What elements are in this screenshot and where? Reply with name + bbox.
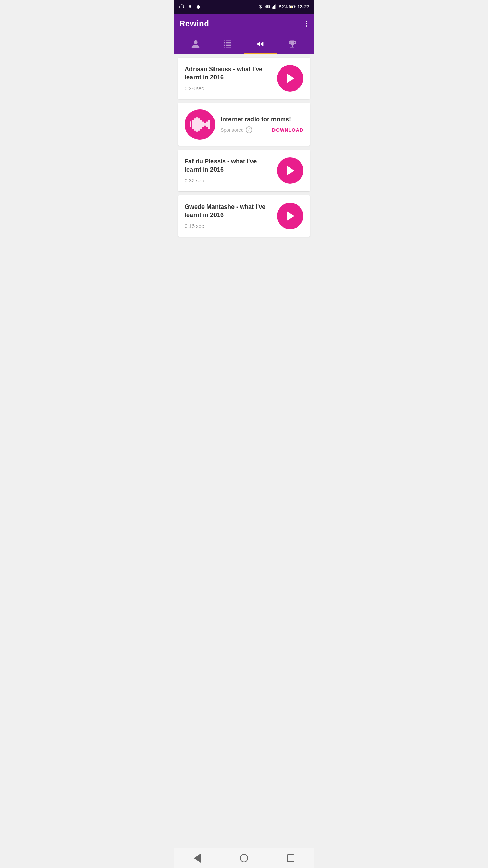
download-button[interactable]: DOWNLOAD: [272, 127, 303, 133]
audio-card-3: Faf du Plessis - what I've learnt in 201…: [178, 150, 310, 191]
card-duration-1: 0:28 sec: [185, 85, 271, 91]
play-icon-3: [287, 166, 294, 175]
tab-bar: [179, 35, 309, 54]
card-duration-3: 0:32 sec: [185, 178, 271, 183]
usb-icon: [187, 4, 193, 10]
app-bar-top: Rewind: [179, 19, 309, 28]
4g-icon: 4G: [265, 4, 270, 9]
nav-bar: [174, 848, 314, 868]
play-icon-1: [287, 74, 294, 83]
svg-rect-2: [274, 5, 275, 9]
signal-icon: [272, 4, 277, 9]
sponsored-logo: [185, 109, 215, 140]
card-info-3: Faf du Plessis - what I've learnt in 201…: [185, 158, 271, 183]
sponsored-content: Internet radio for moms! Sponsored i DOW…: [221, 116, 303, 133]
battery-percent: 52%: [279, 4, 288, 9]
svg-rect-3: [275, 4, 276, 9]
sponsored-card: Internet radio for moms! Sponsored i DOW…: [178, 103, 310, 146]
status-left-icons: [179, 4, 201, 10]
nav-back-button[interactable]: [190, 851, 204, 865]
play-icon-4: [287, 211, 294, 221]
tab-profile[interactable]: [179, 35, 212, 54]
play-button-4[interactable]: [277, 203, 303, 229]
nav-home-button[interactable]: [237, 851, 251, 865]
card-title-1: Adriaan Strauss - what I've learnt in 20…: [185, 65, 271, 81]
card-title-4: Gwede Mantashe - what I've learnt in 201…: [185, 203, 271, 219]
play-button-3[interactable]: [277, 157, 303, 184]
back-icon: [194, 854, 201, 863]
rewind-icon: [255, 39, 266, 49]
bug-icon: [196, 4, 201, 10]
app-title: Rewind: [179, 19, 209, 28]
status-bar: 4G 52% ⚡ 13:27: [174, 0, 314, 14]
trophy-icon: [288, 39, 297, 49]
recents-icon: [287, 854, 294, 862]
card-duration-4: 0:16 sec: [185, 223, 271, 229]
home-icon: [240, 854, 248, 862]
list-icon: [223, 39, 232, 49]
battery-icon: ⚡: [289, 4, 296, 9]
soundwave-icon: [190, 116, 210, 133]
content-area: Adriaan Strauss - what I've learnt in 20…: [174, 54, 314, 848]
headset-icon: [179, 4, 185, 10]
info-icon[interactable]: i: [246, 126, 252, 133]
tab-list[interactable]: [212, 35, 244, 54]
profile-icon: [191, 39, 200, 49]
sponsored-title: Internet radio for moms!: [221, 116, 303, 123]
card-info-4: Gwede Mantashe - what I've learnt in 201…: [185, 203, 271, 229]
more-options-button[interactable]: [305, 19, 309, 28]
status-right-icons: 4G 52% ⚡ 13:27: [258, 4, 309, 9]
tab-rewind[interactable]: [244, 35, 277, 54]
card-info-1: Adriaan Strauss - what I've learnt in 20…: [185, 65, 271, 91]
sponsored-row: Sponsored i DOWNLOAD: [221, 126, 303, 133]
svg-text:⚡: ⚡: [290, 6, 293, 8]
sponsored-label: Sponsored i: [221, 126, 252, 133]
svg-rect-5: [294, 6, 295, 7]
time: 13:27: [297, 4, 309, 9]
nav-recents-button[interactable]: [284, 851, 298, 865]
svg-rect-0: [272, 7, 273, 9]
svg-rect-1: [273, 6, 274, 9]
play-button-1[interactable]: [277, 65, 303, 92]
app-bar: Rewind: [174, 14, 314, 54]
card-title-3: Faf du Plessis - what I've learnt in 201…: [185, 158, 271, 174]
audio-card-1: Adriaan Strauss - what I've learnt in 20…: [178, 58, 310, 99]
sponsored-text: Sponsored: [221, 127, 244, 133]
bluetooth-icon: [258, 4, 263, 9]
audio-card-4: Gwede Mantashe - what I've learnt in 201…: [178, 195, 310, 237]
tab-trophy[interactable]: [277, 35, 309, 54]
